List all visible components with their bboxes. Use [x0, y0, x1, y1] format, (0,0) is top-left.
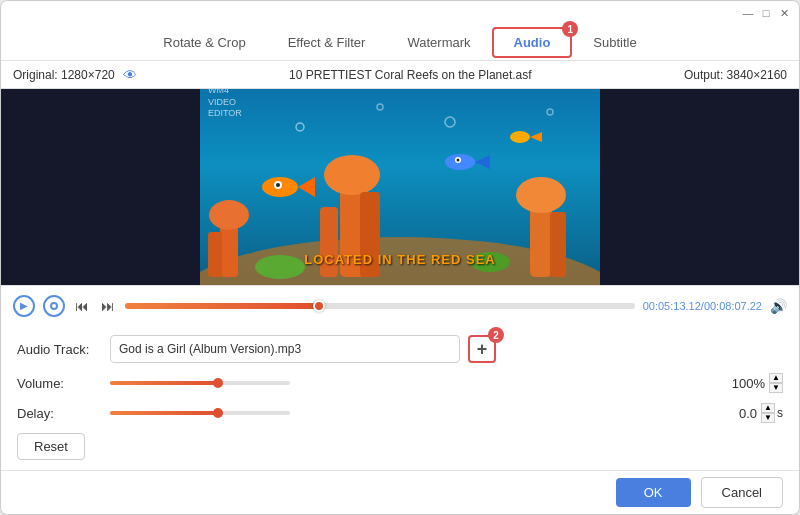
- svg-point-17: [276, 183, 280, 187]
- audio-track-label: Audio Track:: [17, 342, 102, 357]
- video-info-bar: Original: 1280×720 👁 10 PRETTIEST Coral …: [1, 61, 799, 89]
- tab-audio[interactable]: Audio 1: [492, 27, 573, 58]
- coral-scene: LOCATED IN THE RED SEA WM4 VIDEO EDITOR: [200, 89, 600, 285]
- svg-point-21: [457, 159, 460, 162]
- volume-up-button[interactable]: ▲: [769, 373, 783, 383]
- svg-rect-4: [208, 232, 222, 277]
- svg-point-12: [255, 255, 305, 279]
- video-player: LOCATED IN THE RED SEA WM4 VIDEO EDITOR: [1, 89, 799, 285]
- eye-icon[interactable]: 👁: [123, 67, 137, 83]
- delay-unit: s: [777, 406, 783, 420]
- main-window: — □ ✕ Rotate & Crop Effect & Filter Wate…: [0, 0, 800, 515]
- volume-stepper: ▲ ▼: [769, 373, 783, 393]
- svg-point-22: [510, 131, 530, 143]
- minimize-button[interactable]: —: [741, 6, 755, 20]
- watermark-text: WM4 VIDEO EDITOR: [208, 89, 242, 120]
- video-thumbnail: LOCATED IN THE RED SEA WM4 VIDEO EDITOR: [200, 89, 600, 285]
- volume-value: 100%: [723, 376, 765, 391]
- volume-label: Volume:: [17, 376, 102, 391]
- delay-up-button[interactable]: ▲: [761, 403, 775, 413]
- play-button[interactable]: ▶: [13, 295, 35, 317]
- video-subtitle: LOCATED IN THE RED SEA: [304, 252, 496, 267]
- volume-row: Volume: 100% ▲ ▼: [17, 373, 783, 393]
- volume-slider-container: [110, 381, 715, 385]
- delay-value: 0.0: [715, 406, 757, 421]
- footer: OK Cancel: [1, 470, 799, 514]
- progress-fill: [125, 303, 319, 309]
- delay-slider[interactable]: [110, 411, 290, 415]
- tab-watermark[interactable]: Watermark: [386, 28, 491, 57]
- svg-point-3: [209, 200, 249, 230]
- controls-area: Audio Track: God is a Girl (Album Versio…: [1, 325, 799, 470]
- reset-row: Reset: [17, 433, 783, 460]
- svg-rect-11: [550, 212, 566, 277]
- video-info-left: Original: 1280×720 👁: [13, 67, 137, 83]
- volume-slider-thumb: [213, 378, 223, 388]
- audio-track-select[interactable]: God is a Girl (Album Version).mp3: [110, 335, 460, 363]
- cancel-button[interactable]: Cancel: [701, 477, 783, 508]
- volume-icon[interactable]: 🔊: [770, 298, 787, 314]
- tab-effect-filter[interactable]: Effect & Filter: [267, 28, 387, 57]
- delay-slider-thumb: [213, 408, 223, 418]
- svg-point-10: [516, 177, 566, 213]
- playback-bar: ▶ ⏮ ⏭ 00:05:13.12/00:08:07.22 🔊: [1, 285, 799, 325]
- delay-value-input: 0.0 ▲ ▼ s: [715, 403, 783, 423]
- time-display: 00:05:13.12/00:08:07.22: [643, 300, 762, 312]
- video-filename: 10 PRETTIEST Coral Reefs on the Planet.a…: [289, 68, 532, 82]
- volume-down-button[interactable]: ▼: [769, 383, 783, 393]
- progress-thumb: [313, 300, 325, 312]
- tab-subtitle[interactable]: Subtitle: [572, 28, 657, 57]
- svg-point-6: [324, 155, 380, 195]
- progress-bar[interactable]: [125, 303, 635, 309]
- delay-slider-fill: [110, 411, 218, 415]
- tab-rotate-crop[interactable]: Rotate & Crop: [142, 28, 266, 57]
- maximize-button[interactable]: □: [759, 6, 773, 20]
- volume-slider-fill: [110, 381, 218, 385]
- delay-row: Delay: 0.0 ▲ ▼ s: [17, 403, 783, 423]
- delay-slider-container: [110, 411, 707, 415]
- delay-label: Delay:: [17, 406, 102, 421]
- skip-back-button[interactable]: ⏮: [73, 296, 91, 316]
- title-bar: — □ ✕: [1, 1, 799, 25]
- audio-track-row: Audio Track: God is a Girl (Album Versio…: [17, 335, 783, 363]
- output-resolution: Output: 3840×2160: [684, 68, 787, 82]
- reset-button[interactable]: Reset: [17, 433, 85, 460]
- skip-forward-button[interactable]: ⏭: [99, 296, 117, 316]
- original-resolution: Original: 1280×720: [13, 68, 115, 82]
- close-button[interactable]: ✕: [777, 6, 791, 20]
- volume-slider[interactable]: [110, 381, 290, 385]
- add-track-badge: 2: [488, 327, 504, 343]
- volume-value-input: 100% ▲ ▼: [723, 373, 783, 393]
- stop-button[interactable]: [43, 295, 65, 317]
- delay-stepper: ▲ ▼: [761, 403, 775, 423]
- add-track-button[interactable]: + 2: [468, 335, 496, 363]
- ok-button[interactable]: OK: [616, 478, 691, 507]
- tab-bar: Rotate & Crop Effect & Filter Watermark …: [1, 25, 799, 61]
- delay-down-button[interactable]: ▼: [761, 413, 775, 423]
